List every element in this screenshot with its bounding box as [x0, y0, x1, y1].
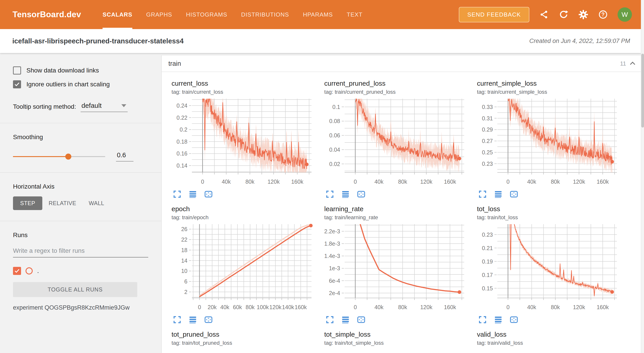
run-row[interactable]: . [13, 267, 148, 275]
svg-text:120k: 120k [270, 304, 282, 310]
share-icon[interactable] [539, 9, 549, 20]
tooltip-sorting-row: Tooltip sorting method: default [13, 102, 148, 112]
scrollbar-thumb[interactable] [641, 54, 644, 127]
page-scrollbar[interactable] [641, 0, 644, 353]
tab-scalars[interactable]: SCALARS [102, 0, 132, 29]
svg-text:1e-3: 1e-3 [329, 265, 340, 271]
fullscreen-icon[interactable] [326, 190, 334, 198]
svg-text:160k: 160k [596, 304, 609, 310]
svg-text:0.2: 0.2 [180, 126, 188, 133]
runs-label: Runs [13, 232, 148, 239]
chart-toolbar [326, 190, 472, 198]
checkbox-checked-icon[interactable] [13, 80, 21, 88]
fit-domain-icon[interactable] [357, 316, 366, 324]
smoothing-slider[interactable] [13, 156, 105, 157]
chart-card: epochtag: train/epoch020k40k60k80k100k12… [166, 205, 319, 324]
runs-selector-icon[interactable] [494, 316, 502, 324]
tab-text[interactable]: TEXT [347, 0, 362, 29]
chevron-up-icon[interactable] [629, 60, 636, 67]
svg-text:?: ? [602, 12, 604, 17]
chart-title: tot_pruned_loss [172, 331, 319, 338]
svg-text:2.2e-3: 2.2e-3 [324, 228, 340, 234]
chart-title: epoch [172, 205, 319, 213]
tab-graphs[interactable]: GRAPHS [146, 0, 172, 29]
svg-text:40k: 40k [374, 304, 384, 310]
smoothing-slider-row: 0.6 [13, 151, 148, 162]
fit-domain-icon[interactable] [510, 316, 518, 324]
svg-text:0: 0 [198, 304, 201, 310]
svg-text:0.27: 0.27 [482, 138, 493, 144]
svg-text:100k: 100k [256, 304, 269, 310]
svg-text:10: 10 [181, 268, 188, 274]
fullscreen-icon[interactable] [326, 316, 334, 324]
svg-text:40k: 40k [527, 179, 536, 185]
scalar-chart-plot[interactable]: 040k80k120k160k0.150.170.190.210.23 [472, 223, 619, 315]
send-feedback-button[interactable]: SEND FEEDBACK [459, 7, 529, 22]
settings-icon[interactable] [578, 9, 588, 20]
svg-text:0.29: 0.29 [482, 126, 493, 133]
tab-distributions[interactable]: DISTRIBUTIONS [241, 0, 289, 29]
svg-text:1.4e-3: 1.4e-3 [324, 253, 340, 259]
experiment-title-bar: icefall-asr-librispeech-pruned-transduce… [0, 29, 641, 53]
runs-selector-icon[interactable] [188, 316, 197, 324]
fullscreen-icon[interactable] [478, 190, 487, 198]
runs-selector-icon[interactable] [494, 190, 502, 198]
ignore-outliers-checkbox-row[interactable]: Ignore outliers in chart scaling [13, 80, 148, 88]
fit-domain-icon[interactable] [204, 190, 213, 198]
svg-text:40k: 40k [220, 304, 230, 310]
help-icon[interactable]: ? [598, 9, 608, 20]
svg-text:80k: 80k [246, 179, 254, 185]
svg-text:0.22: 0.22 [176, 114, 188, 121]
runs-selector-icon[interactable] [188, 190, 197, 198]
svg-text:160k: 160k [596, 179, 609, 185]
svg-text:0.06: 0.06 [329, 132, 340, 138]
scalar-chart-plot[interactable]: 040k80k120k160k0.230.250.270.290.310.33 [472, 97, 619, 189]
show-download-links-checkbox-row[interactable]: Show data download links [13, 66, 148, 74]
fit-domain-icon[interactable] [510, 190, 518, 198]
svg-text:120k: 120k [573, 179, 585, 185]
fullscreen-icon[interactable] [478, 316, 487, 324]
step-button[interactable]: STEP [13, 196, 42, 210]
scalar-chart-plot[interactable]: 040k80k120k160k2e-46e-41e-31.4e-31.8e-32… [319, 223, 467, 315]
svg-text:80k: 80k [398, 304, 407, 310]
runs-regex-input[interactable] [13, 247, 148, 258]
svg-text:40k: 40k [222, 179, 231, 185]
chart-card: current_simple_losstag: train/current_si… [472, 80, 624, 198]
svg-text:0: 0 [354, 179, 357, 185]
fit-domain-icon[interactable] [357, 190, 366, 198]
run-color-circle-icon[interactable] [26, 267, 33, 275]
svg-text:0: 0 [506, 304, 510, 310]
tab-hparams[interactable]: HPARAMS [303, 0, 333, 29]
divider [0, 221, 161, 221]
smoothing-label: Smoothing [13, 134, 148, 141]
run-checkbox-checked-icon[interactable] [13, 267, 21, 275]
slider-thumb[interactable] [66, 153, 72, 159]
fit-domain-icon[interactable] [204, 316, 213, 324]
checkbox-unchecked-icon[interactable] [13, 66, 21, 74]
fullscreen-icon[interactable] [173, 190, 182, 198]
avatar[interactable]: W [618, 7, 632, 22]
svg-text:0.33: 0.33 [482, 104, 493, 110]
chart-tag: tag: train/current_pruned_loss [324, 89, 472, 95]
app-bar: TensorBoard.dev SCALARS GRAPHS HISTOGRAM… [0, 0, 641, 29]
fullscreen-icon[interactable] [173, 316, 182, 324]
scalar-chart-plot[interactable]: 040k80k120k160k0.020.040.060.080.1 [319, 97, 467, 189]
relative-button[interactable]: RELATIVE [42, 196, 82, 210]
runs-selector-icon[interactable] [341, 316, 350, 324]
tooltip-sorting-label: Tooltip sorting method: [13, 103, 76, 112]
scalar-chart-plot[interactable]: 040k80k120k160k0.140.160.180.20.220.24 [166, 97, 314, 189]
toggle-all-runs-button[interactable]: TOGGLE ALL RUNS [13, 282, 137, 297]
svg-text:2: 2 [184, 289, 188, 295]
scalar-chart-plot[interactable]: 020k40k60k80k100k120k140k160k26101418222… [166, 223, 314, 315]
svg-text:160k: 160k [291, 179, 304, 185]
tab-histograms[interactable]: HISTOGRAMS [186, 0, 227, 29]
refresh-icon[interactable] [558, 9, 569, 20]
wall-button[interactable]: WALL [82, 196, 110, 210]
chart-card: learning_ratetag: train/learning_rate040… [319, 205, 472, 324]
smoothing-value[interactable]: 0.6 [116, 151, 134, 162]
tooltip-sorting-dropdown[interactable]: default [80, 102, 128, 112]
svg-text:120k: 120k [573, 304, 585, 310]
svg-text:120k: 120k [268, 179, 280, 185]
runs-selector-icon[interactable] [341, 190, 350, 198]
train-section-header[interactable]: train 11 [162, 55, 644, 72]
